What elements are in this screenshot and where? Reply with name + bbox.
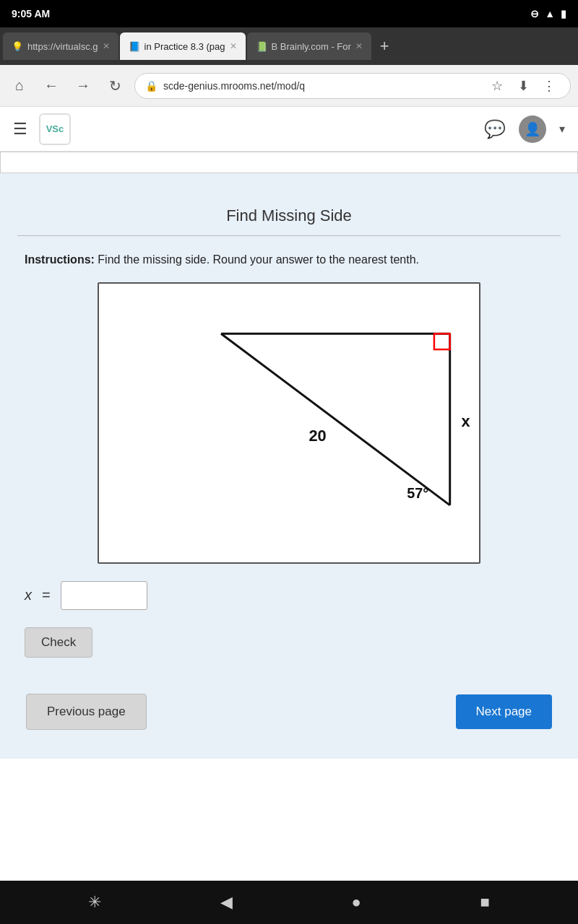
diagram-container: 20 57° x xyxy=(98,282,480,564)
dropdown-arrow-icon[interactable]: ▾ xyxy=(559,122,565,136)
tab-1-label: https://virtualsc.g xyxy=(27,41,98,52)
tab-3-icon: 📗 xyxy=(256,41,267,52)
status-icons: ⊖ ▲ ▮ xyxy=(530,8,566,19)
forward-button[interactable]: → xyxy=(71,74,95,98)
download-button[interactable]: ⬇ xyxy=(512,75,534,97)
site-header-right: 💬 👤 ▾ xyxy=(484,116,565,143)
android-recents-button[interactable]: ■ xyxy=(480,893,489,912)
answer-variable-label: x xyxy=(25,587,32,603)
answer-row: x = xyxy=(17,581,561,610)
tab-bar: 💡 https://virtualsc.g ✕ 📘 in Practice 8.… xyxy=(0,27,578,65)
reload-button[interactable]: ↻ xyxy=(103,74,127,98)
answer-input[interactable] xyxy=(61,581,147,610)
lock-icon: 🔒 xyxy=(145,80,158,92)
instructions-bold: Instructions: xyxy=(25,253,95,266)
android-star-button[interactable]: ✳ xyxy=(88,893,101,912)
address-input-wrap[interactable]: 🔒 scde-genius.mrooms.net/mod/q ☆ ⬇ ⋮ xyxy=(134,73,571,99)
check-button[interactable]: Check xyxy=(25,627,92,658)
quiz-card: Find Missing Side Instructions: Find the… xyxy=(17,188,561,679)
android-back-button[interactable]: ◀ xyxy=(220,893,233,912)
blocked-icon: ⊖ xyxy=(530,8,539,19)
tab-3-label: B Brainly.com - For xyxy=(272,41,351,52)
instructions-text: Instructions: Find the missing side. Rou… xyxy=(17,250,561,269)
wifi-icon: ▲ xyxy=(545,8,555,19)
previous-page-button[interactable]: Previous page xyxy=(26,694,147,730)
angle-label: 57° xyxy=(407,485,428,501)
tab-2-close[interactable]: ✕ xyxy=(230,41,237,51)
address-actions: ☆ ⬇ ⋮ xyxy=(486,75,560,97)
menu-button[interactable]: ⋮ xyxy=(538,75,560,97)
answer-equals: = xyxy=(42,587,51,603)
next-page-button[interactable]: Next page xyxy=(456,694,553,729)
status-time: 9:05 AM xyxy=(12,8,50,19)
page-navigation: Previous page Next page xyxy=(17,679,561,737)
quiz-title: Find Missing Side xyxy=(17,195,561,235)
logo-text: VSc xyxy=(46,123,64,134)
tab-3-close[interactable]: ✕ xyxy=(355,41,363,51)
top-strip xyxy=(0,152,578,173)
tab-2-label: in Practice 8.3 (pag xyxy=(144,41,225,52)
back-button[interactable]: ← xyxy=(39,74,64,98)
avatar[interactable]: 👤 xyxy=(519,116,546,143)
android-home-button[interactable]: ● xyxy=(351,893,361,912)
new-tab-button[interactable]: + xyxy=(373,37,397,56)
triangle-diagram: 20 57° x xyxy=(99,284,479,562)
site-logo: VSc xyxy=(39,113,71,145)
site-header: ☰ VSc 💬 👤 ▾ xyxy=(0,107,578,152)
chat-button[interactable]: 💬 xyxy=(484,119,506,139)
svg-line-0 xyxy=(221,334,450,505)
tab-1-close[interactable]: ✕ xyxy=(103,41,110,51)
main-content: Find Missing Side Instructions: Find the… xyxy=(0,173,578,759)
avatar-icon: 👤 xyxy=(525,121,540,137)
android-nav-bar: ✳ ◀ ● ■ xyxy=(0,881,578,924)
tab-3[interactable]: 📗 B Brainly.com - For ✕ xyxy=(247,32,371,60)
svg-rect-3 xyxy=(434,334,450,349)
tab-1[interactable]: 💡 https://virtualsc.g ✕ xyxy=(3,32,118,60)
home-button[interactable]: ⌂ xyxy=(7,74,32,98)
hypotenuse-label: 20 xyxy=(309,426,326,444)
tab-2[interactable]: 📘 in Practice 8.3 (pag ✕ xyxy=(120,32,246,60)
tab-1-icon: 💡 xyxy=(12,41,23,52)
hamburger-button[interactable]: ☰ xyxy=(13,120,27,139)
quiz-divider xyxy=(17,235,561,236)
tab-2-icon: 📘 xyxy=(129,41,140,52)
bookmark-button[interactable]: ☆ xyxy=(486,75,508,97)
battery-icon: ▮ xyxy=(561,8,566,19)
address-text: scde-genius.mrooms.net/mod/q xyxy=(163,80,480,92)
address-bar: ⌂ ← → ↻ 🔒 scde-genius.mrooms.net/mod/q ☆… xyxy=(0,65,578,107)
status-bar: 9:05 AM ⊖ ▲ ▮ xyxy=(0,0,578,27)
side-label: x xyxy=(461,412,470,430)
instructions-body: Find the missing side. Round your answer… xyxy=(95,253,419,266)
